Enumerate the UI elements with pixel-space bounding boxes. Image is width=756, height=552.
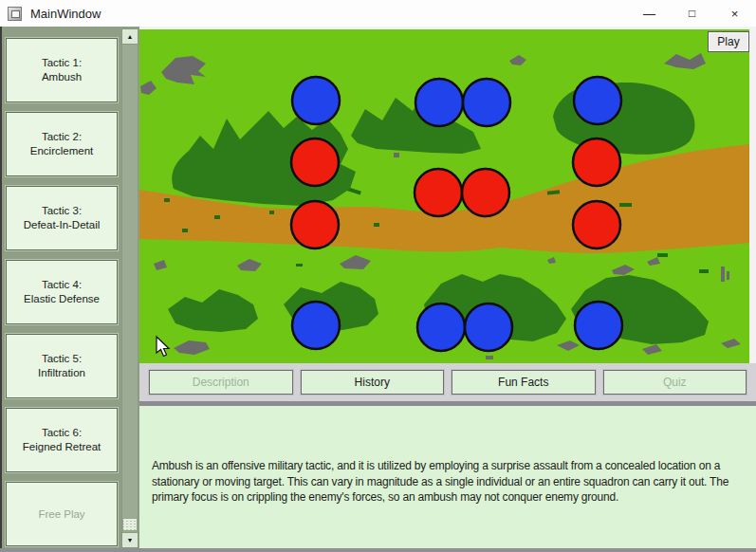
blue-unit[interactable] [292,77,340,124]
scroll-track[interactable] [121,45,138,532]
play-button[interactable]: Play [708,31,749,52]
scroll-up-icon[interactable]: ▲ [121,28,138,45]
tactic-2-encirclement-button[interactable]: Tactic 2: Encirclement [6,112,118,176]
description-panel: Ambush is an offensive military tactic, … [139,406,756,548]
tactic-4-elastic-defense-button[interactable]: Tactic 4: Elastic Defense [6,260,118,324]
blue-unit[interactable] [575,302,622,349]
tactics-sidebar: Tactic 1: Ambush Tactic 2: Encirclement … [2,27,139,548]
blue-unit[interactable] [417,304,465,351]
blue-unit[interactable] [463,79,510,126]
scroll-thumb[interactable] [122,518,138,531]
tactic-1-ambush-button[interactable]: Tactic 1: Ambush [6,38,118,102]
window-bottom-edge [0,548,756,552]
blue-unit[interactable] [574,77,621,124]
sidebar-scrollbar[interactable]: ▲ ▼ [121,28,138,548]
red-unit[interactable] [573,201,620,248]
maximize-button[interactable]: □ [671,0,713,27]
tab-bar: Description History Fun Facts Quiz [139,363,756,406]
tab-description[interactable]: Description [149,370,293,395]
scroll-down-icon[interactable]: ▼ [121,532,138,548]
red-unit[interactable] [415,169,462,216]
red-unit[interactable] [462,169,509,216]
app-icon [8,7,22,21]
blue-unit[interactable] [465,304,512,351]
tab-quiz[interactable]: Quiz [603,370,747,395]
window-title: MainWindow [30,7,101,21]
battle-map[interactable]: Play [139,27,756,363]
minimize-button[interactable]: — [628,0,671,27]
blue-unit[interactable] [415,79,463,126]
close-button[interactable]: × [713,0,756,27]
tab-fun-facts[interactable]: Fun Facts [452,370,596,395]
main-window: MainWindow — □ × Tactic 1: Ambush Tactic… [0,0,756,552]
red-unit[interactable] [291,138,339,186]
tactic-3-defeat-in-detail-button[interactable]: Tactic 3: Defeat-In-Detail [6,186,118,250]
description-text: Ambush is an offensive military tactic, … [152,458,748,506]
free-play-button[interactable]: Free Play [6,482,118,546]
red-unit[interactable] [291,201,339,248]
title-bar: MainWindow — □ × [0,0,756,27]
red-unit[interactable] [573,138,620,186]
tactic-6-feigned-retreat-button[interactable]: Tactic 6: Feigned Retreat [6,408,118,472]
tab-history[interactable]: History [301,370,445,395]
blue-unit[interactable] [292,302,340,349]
tactic-5-infiltration-button[interactable]: Tactic 5: Infiltration [6,334,118,398]
